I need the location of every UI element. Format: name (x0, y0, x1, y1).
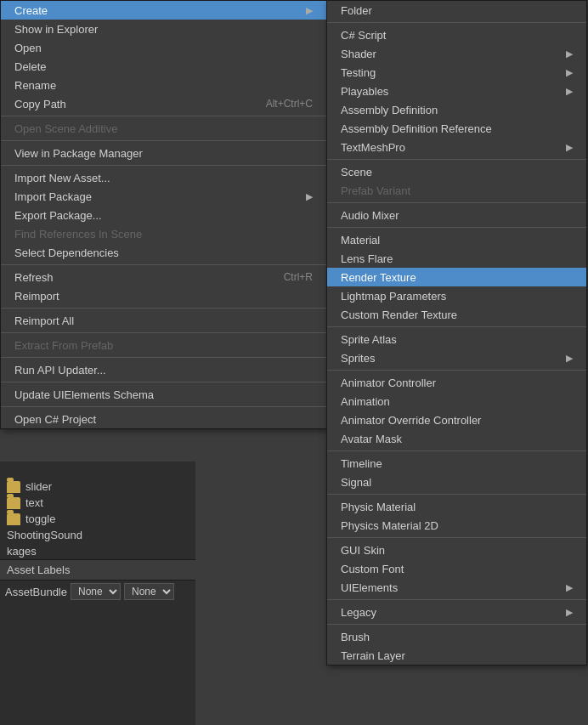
menu-item-import-package[interactable]: Import Package ▶ (1, 187, 326, 206)
background-panel: slider text toggle ShootingSound kages A… (0, 462, 195, 725)
menu-item-ui-elements[interactable]: UIElements ▶ (327, 578, 586, 597)
menu-item-playables[interactable]: Playables ▶ (327, 82, 586, 100)
menu-item-testing[interactable]: Testing ▶ (327, 63, 586, 82)
menu-item-physics-material-2d[interactable]: Physics Material 2D (327, 516, 586, 535)
folder-label-shooting-sound: ShootingSound (7, 529, 82, 541)
shader-label: Shader (341, 48, 559, 60)
open-cs-project-label: Open C# Project (14, 413, 313, 426)
menu-item-textmeshpro[interactable]: TextMeshPro ▶ (327, 138, 586, 156)
menu-item-assembly-definition[interactable]: Assembly Definition (327, 100, 586, 119)
delete-label: Delete (14, 60, 313, 73)
timeline-label: Timeline (341, 457, 573, 470)
legacy-label: Legacy (341, 606, 559, 619)
animator-override-controller-label: Animator Override Controller (341, 414, 573, 427)
right-context-menu: Folder C# Script Shader ▶ Testing ▶ Play… (326, 0, 587, 666)
right-separator-10 (327, 599, 586, 600)
right-separator-9 (327, 537, 586, 538)
open-label: Open (14, 42, 313, 54)
folder-item-slider[interactable]: slider (0, 479, 195, 495)
menu-item-custom-render-texture[interactable]: Custom Render Texture (327, 305, 586, 324)
right-separator-3 (327, 202, 586, 203)
folder-item-text[interactable]: text (0, 495, 195, 511)
menu-item-import-new-asset[interactable]: Import New Asset... (1, 168, 326, 187)
animation-label: Animation (341, 395, 573, 408)
asset-labels-text: Asset Labels (7, 564, 70, 576)
menu-item-csharp-script[interactable]: C# Script (327, 25, 586, 44)
folder-label: Folder (341, 4, 573, 17)
menu-item-timeline[interactable]: Timeline (327, 454, 586, 473)
menu-item-rename[interactable]: Rename (1, 76, 326, 94)
menu-item-sprite-atlas[interactable]: Sprite Atlas (327, 330, 586, 348)
animator-controller-label: Animator Controller (341, 377, 573, 389)
menu-item-animation[interactable]: Animation (327, 392, 586, 411)
right-separator-11 (327, 624, 586, 625)
import-package-label: Import Package (14, 190, 299, 203)
menu-item-delete[interactable]: Delete (1, 57, 326, 76)
gui-skin-label: GUI Skin (341, 544, 573, 557)
menu-item-refresh[interactable]: Refresh Ctrl+R (1, 268, 326, 286)
menu-item-create[interactable]: Create ▶ (1, 1, 326, 20)
menu-item-select-dependencies[interactable]: Select Dependencies (1, 243, 326, 262)
playables-label: Playables (341, 85, 559, 98)
menu-item-avatar-mask[interactable]: Avatar Mask (327, 429, 586, 448)
menu-item-copy-path[interactable]: Copy Path Alt+Ctrl+C (1, 94, 326, 113)
sprite-atlas-label: Sprite Atlas (341, 333, 573, 346)
create-arrow-icon: ▶ (306, 5, 313, 16)
import-new-asset-label: Import New Asset... (14, 172, 313, 184)
menu-item-lightmap-parameters[interactable]: Lightmap Parameters (327, 286, 586, 305)
menu-item-gui-skin[interactable]: GUI Skin (327, 541, 586, 559)
menu-item-open-cs-project[interactable]: Open C# Project (1, 410, 326, 428)
open-scene-additive-label: Open Scene Additive (14, 122, 313, 135)
folder-item-packages[interactable]: kages (0, 543, 195, 559)
menu-item-show-in-explorer[interactable]: Show in Explorer (1, 20, 326, 38)
menu-item-animator-override-controller[interactable]: Animator Override Controller (327, 411, 586, 429)
menu-item-shader[interactable]: Shader ▶ (327, 44, 586, 63)
folder-item-toggle[interactable]: toggle (0, 511, 195, 527)
menu-item-assembly-definition-reference[interactable]: Assembly Definition Reference (327, 119, 586, 138)
menu-item-view-in-package-manager[interactable]: View in Package Manager (1, 144, 326, 162)
menu-item-export-package[interactable]: Export Package... (1, 206, 326, 224)
menu-item-run-api-updater[interactable]: Run API Updater... (1, 360, 326, 379)
rename-label: Rename (14, 79, 313, 92)
folder-item-shooting-sound[interactable]: ShootingSound (0, 527, 195, 543)
menu-item-render-texture[interactable]: Render Texture (327, 268, 586, 286)
scene-label: Scene (341, 166, 573, 178)
separator-3 (1, 165, 326, 166)
legacy-arrow-icon: ▶ (566, 607, 573, 618)
menu-item-update-ui-elements-schema[interactable]: Update UIElements Schema (1, 385, 326, 404)
menu-item-lens-flare[interactable]: Lens Flare (327, 249, 586, 268)
menu-item-reimport-all[interactable]: Reimport All (1, 311, 326, 330)
menu-item-reimport[interactable]: Reimport (1, 286, 326, 305)
menu-item-audio-mixer[interactable]: Audio Mixer (327, 206, 586, 224)
view-in-package-manager-label: View in Package Manager (14, 147, 313, 160)
assembly-definition-reference-label: Assembly Definition Reference (341, 122, 573, 135)
assembly-definition-label: Assembly Definition (341, 104, 573, 116)
menu-item-sprites[interactable]: Sprites ▶ (327, 348, 586, 367)
physics-material-2d-label: Physics Material 2D (341, 519, 573, 532)
ui-elements-arrow-icon: ▶ (566, 582, 573, 593)
update-ui-elements-schema-label: Update UIElements Schema (14, 388, 313, 401)
asset-bundle-dropdown[interactable]: None (71, 583, 121, 600)
refresh-shortcut: Ctrl+R (284, 271, 313, 283)
menu-item-physic-material[interactable]: Physic Material (327, 497, 586, 516)
menu-item-scene[interactable]: Scene (327, 162, 586, 181)
menu-item-terrain-layer[interactable]: Terrain Layer (327, 646, 586, 665)
menu-item-signal[interactable]: Signal (327, 473, 586, 491)
testing-label: Testing (341, 66, 559, 79)
asset-labels-bar: Asset Labels (0, 559, 195, 580)
variant-dropdown[interactable]: None (124, 583, 174, 600)
prefab-variant-label: Prefab Variant (341, 184, 573, 197)
right-separator-5 (327, 326, 586, 327)
menu-item-open[interactable]: Open (1, 38, 326, 57)
right-separator-1 (327, 22, 586, 23)
menu-item-legacy[interactable]: Legacy ▶ (327, 603, 586, 621)
shader-arrow-icon: ▶ (566, 48, 573, 59)
testing-arrow-icon: ▶ (566, 67, 573, 78)
refresh-label: Refresh (14, 271, 250, 284)
menu-item-animator-controller[interactable]: Animator Controller (327, 373, 586, 392)
menu-item-folder[interactable]: Folder (327, 1, 586, 20)
menu-item-material[interactable]: Material (327, 230, 586, 249)
menu-item-brush[interactable]: Brush (327, 627, 586, 646)
import-package-arrow-icon: ▶ (306, 191, 313, 202)
menu-item-custom-font[interactable]: Custom Font (327, 559, 586, 578)
